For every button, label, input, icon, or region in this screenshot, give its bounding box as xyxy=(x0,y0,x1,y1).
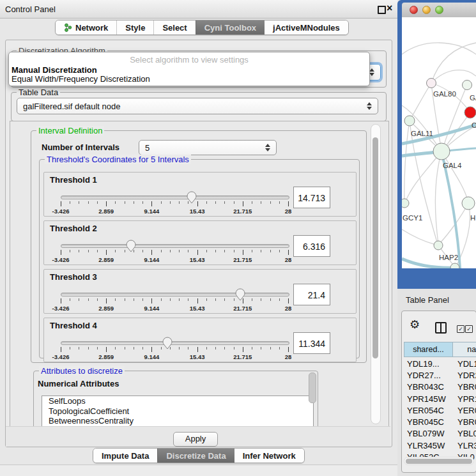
slider-thumb[interactable] xyxy=(235,288,245,301)
network-node[interactable] xyxy=(462,197,475,210)
close-traffic-light-icon[interactable] xyxy=(410,6,418,14)
gear-icon[interactable]: ⚙ xyxy=(410,319,420,330)
network-window-titlebar[interactable] xyxy=(402,3,476,18)
slider-thumb[interactable] xyxy=(187,191,197,204)
network-canvas[interactable]: GAL80GACGAL11GAL4GCY1HHAP2 xyxy=(402,17,476,268)
table-cell[interactable]: YPR1 xyxy=(455,394,476,404)
threshold-value-field[interactable]: 21.4 xyxy=(293,284,330,305)
table-row[interactable]: YDL19...YDL1 xyxy=(404,358,476,369)
dropdown-option-manual-discretization[interactable]: Manual Discretization xyxy=(12,65,97,75)
table-cell[interactable]: YDL1 xyxy=(455,359,476,369)
table-row[interactable]: YBR043CYBR0 xyxy=(404,381,476,393)
table-cell[interactable]: YPR145W xyxy=(404,394,455,404)
list-item[interactable]: TopologicalCoefficient xyxy=(42,406,313,417)
table-cell[interactable]: YER054C xyxy=(404,406,455,415)
table-cell[interactable]: YBR0 xyxy=(455,417,476,427)
spinner-arrows-icon xyxy=(367,102,372,110)
threshold-4-slider[interactable]: -3.4262.8599.14415.4321.71528 xyxy=(61,337,288,362)
float-icon[interactable] xyxy=(378,6,386,14)
slider-scale-label: 2.859 xyxy=(98,208,114,215)
threshold-1-slider[interactable]: -3.4262.8599.14415.4321.71528 xyxy=(61,192,288,216)
slider-track[interactable] xyxy=(61,196,289,199)
table-row[interactable]: YLR345WYLR3 xyxy=(404,440,476,451)
threshold-value-field[interactable]: 6.316 xyxy=(293,235,330,257)
minimize-traffic-light-icon[interactable] xyxy=(422,6,431,14)
apply-button[interactable]: Apply xyxy=(173,432,218,447)
slider-ticks xyxy=(61,298,288,304)
tick-mark xyxy=(170,250,171,252)
table-cell[interactable]: YDR2 xyxy=(455,371,476,380)
number-of-intervals-combobox[interactable]: 5 xyxy=(139,140,277,155)
network-node[interactable] xyxy=(402,199,409,208)
slider-thumb[interactable] xyxy=(162,337,173,349)
slider-scale-label: 21.715 xyxy=(233,256,252,263)
network-node[interactable] xyxy=(427,79,436,88)
table-data-combobox[interactable]: galFiltered.sif default node xyxy=(17,98,378,114)
network-edge[interactable] xyxy=(402,229,436,245)
slider-thumb[interactable] xyxy=(126,240,136,252)
table-cell[interactable]: YDR27... xyxy=(404,371,455,380)
network-node[interactable] xyxy=(433,143,450,160)
table-cell[interactable]: YBR043C xyxy=(404,382,455,392)
network-node[interactable] xyxy=(464,107,476,118)
table-cell[interactable]: YBR045C xyxy=(404,417,455,427)
checkbox-icon[interactable]: ✓ xyxy=(465,325,473,333)
table-cell[interactable]: YBL079W xyxy=(404,429,455,438)
slider-scale-label: 28 xyxy=(285,256,292,263)
tick-mark xyxy=(270,250,271,252)
list-item[interactable]: SelfLoops xyxy=(42,396,313,406)
tick-mark xyxy=(279,298,280,301)
table-row[interactable]: YBR045CYBR0 xyxy=(404,416,476,427)
slider-track[interactable] xyxy=(61,341,289,345)
column-layout-icon[interactable] xyxy=(435,322,447,334)
table-cell[interactable]: YBL0 xyxy=(455,429,476,438)
close-icon[interactable]: × xyxy=(387,3,392,14)
table-row[interactable]: YER054CYER0 xyxy=(404,404,476,416)
tab-network[interactable]: Network xyxy=(56,20,116,35)
tab-impute-data[interactable]: Impute Data xyxy=(93,449,157,463)
table-cell[interactable]: YER0 xyxy=(455,406,476,415)
slider-scale: -3.4262.8599.14415.4321.71528 xyxy=(61,353,288,361)
network-node[interactable] xyxy=(404,116,415,126)
network-edge[interactable] xyxy=(404,121,410,202)
network-node[interactable] xyxy=(434,241,443,250)
list-item[interactable]: BetweennessCentrality xyxy=(42,416,313,426)
column-header-name[interactable]: name xyxy=(453,342,476,357)
combobox-value: galFiltered.sif default node xyxy=(23,102,120,111)
network-edge[interactable] xyxy=(410,83,431,119)
network-edge[interactable] xyxy=(402,43,476,54)
table-row[interactable]: YPR145WYPR1 xyxy=(404,393,476,404)
dropdown-option-equal-width-frequency[interactable]: Equal Width/Frequency Discretization xyxy=(12,74,150,84)
tab-discretize-data[interactable]: Discretize Data xyxy=(157,449,234,463)
list-scrollbar[interactable] xyxy=(309,372,316,403)
slider-track[interactable] xyxy=(61,244,289,248)
tick-mark xyxy=(179,298,180,301)
tab-infer-network[interactable]: Infer Network xyxy=(234,449,304,463)
horizontal-scrollbar[interactable] xyxy=(404,457,474,465)
threshold-value-field[interactable]: 11.344 xyxy=(293,332,330,354)
tab-cyni-toolbox[interactable]: Cyni Toolbox xyxy=(196,20,265,35)
numerical-attributes-list[interactable]: SelfLoopsTopologicalCoefficientBetweenne… xyxy=(42,395,314,427)
checkbox-icon[interactable]: ✓ xyxy=(457,325,464,333)
table-row[interactable]: YBL079WYBL0 xyxy=(404,428,476,440)
table-cell[interactable]: YBR0 xyxy=(455,382,476,392)
threshold-value-field[interactable]: 14.713 xyxy=(293,187,330,208)
zoom-traffic-light-icon[interactable] xyxy=(435,6,443,14)
table-cell[interactable]: YLR345W xyxy=(404,441,455,450)
scrollbar-thumb[interactable] xyxy=(406,459,472,464)
table-cell[interactable]: YDL19... xyxy=(404,359,455,369)
threshold-2-slider[interactable]: -3.4262.8599.14415.4321.71528 xyxy=(61,240,288,265)
vertical-scrollbar[interactable] xyxy=(371,124,381,424)
tab-select[interactable]: Select xyxy=(153,20,195,35)
table-cell[interactable]: YLR3 xyxy=(455,441,476,450)
network-node[interactable] xyxy=(463,81,472,90)
tab-jactivemnodules[interactable]: jActiveMNodules xyxy=(265,20,348,35)
threshold-3-slider[interactable]: -3.4262.8599.14415.4321.71528 xyxy=(61,289,288,313)
tab-style[interactable]: Style xyxy=(116,20,153,35)
column-header-shared-name[interactable]: shared... xyxy=(404,342,453,357)
table-row[interactable]: YDR27...YDR2 xyxy=(404,369,476,381)
slider-track[interactable] xyxy=(61,293,289,296)
network-node[interactable] xyxy=(450,263,459,268)
network-edge[interactable] xyxy=(435,151,441,244)
scrollbar-thumb[interactable] xyxy=(372,137,378,358)
